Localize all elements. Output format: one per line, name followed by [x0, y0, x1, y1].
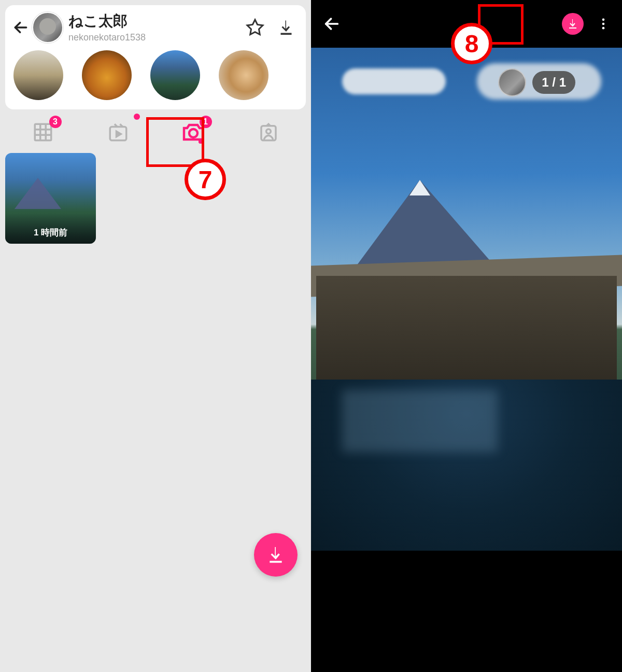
grid-badge: 3: [49, 116, 62, 128]
tab-reels[interactable]: [105, 119, 132, 146]
post-timestamp: 1 時間前: [5, 213, 96, 244]
user-name-block: ねこ太郎 nekonekotaro1538: [68, 11, 245, 43]
svg-point-14: [266, 129, 271, 134]
profile-card: ねこ太郎 nekonekotaro1538: [5, 5, 306, 109]
reels-dot-indicator: [134, 114, 140, 120]
svg-rect-2: [281, 33, 292, 35]
favorite-button[interactable]: [245, 17, 265, 38]
svg-marker-1: [247, 20, 263, 35]
svg-rect-3: [35, 124, 51, 141]
tab-camera-plus[interactable]: 1: [180, 119, 207, 146]
story-highlight[interactable]: [13, 50, 63, 100]
camera-badge: 1: [200, 116, 212, 128]
story-highlight[interactable]: [219, 50, 268, 100]
tab-tagged[interactable]: [255, 119, 282, 146]
story-highlight[interactable]: [150, 50, 200, 100]
svg-rect-17: [569, 27, 576, 29]
download-fab[interactable]: [254, 533, 298, 577]
story-highlight[interactable]: [82, 50, 132, 100]
viewer-overlay: 1 / 1: [498, 68, 575, 96]
download-icon: [277, 18, 295, 37]
viewer-download-button[interactable]: [562, 13, 584, 35]
svg-rect-15: [270, 561, 281, 563]
post-thumbnail[interactable]: 1 時間前: [5, 153, 96, 244]
profile-header: ねこ太郎 nekonekotaro1538: [10, 5, 301, 49]
viewer-photo[interactable]: 1 / 1: [311, 48, 622, 551]
viewer-counter: 1 / 1: [532, 71, 575, 94]
story-highlights-row: [10, 49, 301, 100]
svg-marker-9: [116, 131, 121, 137]
viewer-more-button[interactable]: [593, 13, 614, 34]
viewer-mini-avatar[interactable]: [498, 68, 526, 96]
svg-point-18: [602, 19, 605, 21]
profile-avatar[interactable]: [32, 12, 63, 43]
right-viewer-screen: 1 / 1 8: [311, 0, 622, 672]
svg-point-20: [602, 27, 605, 30]
display-name: ねこ太郎: [68, 11, 245, 31]
header-download-button[interactable]: [276, 17, 296, 38]
svg-point-10: [189, 129, 197, 137]
tagged-icon: [258, 121, 279, 143]
viewer-header: [311, 0, 622, 48]
back-arrow-icon: [323, 15, 341, 33]
back-arrow-icon: [12, 19, 29, 36]
tab-row: 3 1: [0, 119, 311, 146]
download-icon: [567, 18, 579, 30]
svg-point-19: [602, 23, 605, 25]
reels-icon: [107, 121, 129, 143]
star-outline-icon: [246, 18, 264, 37]
back-button[interactable]: [10, 17, 31, 38]
username: nekonekotaro1538: [68, 32, 245, 43]
viewer-back-button[interactable]: [319, 11, 344, 36]
header-actions: [245, 17, 296, 38]
tab-grid[interactable]: 3: [30, 119, 56, 146]
more-vert-icon: [596, 17, 611, 31]
download-icon: [265, 544, 286, 565]
post-grid: 1 時間前: [0, 146, 311, 251]
left-profile-screen: ねこ太郎 nekonekotaro1538 3: [0, 0, 311, 672]
